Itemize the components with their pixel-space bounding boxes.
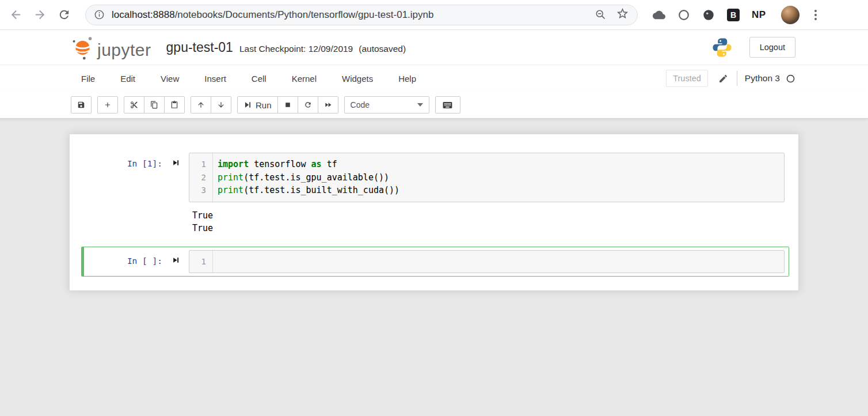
checkpoint-text: Last Checkpoint: 12/09/2019 [239,44,353,54]
save-button[interactable] [71,96,92,114]
trusted-badge[interactable]: Trusted [666,70,708,87]
insert-cell-button[interactable] [97,96,118,114]
line-number: 1 [189,158,206,171]
kernel-name: Python 3 [745,73,780,84]
menu-kernel[interactable]: Kernel [292,74,317,84]
move-cell-up-button[interactable] [191,96,211,114]
menu-view[interactable]: View [161,74,179,84]
code-lines: import tensorflow as tf print(tf.test.is… [213,153,784,202]
browser-toolbar: localhost:8888/notebooks/Documents/Pytho… [0,0,868,30]
command-palette-button[interactable] [435,96,460,114]
line-number-gutter: 1 2 3 [189,153,213,202]
cell-1-code-editor[interactable]: 1 2 3 import tensorflow as tf print(tf.t… [189,153,785,202]
chevron-down-icon [417,103,423,107]
code-token: tf [322,159,337,169]
divider [737,71,737,86]
forward-icon[interactable] [32,7,47,22]
paste-cell-button[interactable] [164,96,185,114]
save-icon [77,101,85,109]
jupyter-planet-icon [71,34,94,60]
code-lines [213,251,784,273]
copy-icon [150,101,158,109]
notebook-title[interactable]: gpu-test-01 [166,40,233,55]
cut-cell-button[interactable] [124,96,144,114]
jupyter-logo[interactable]: jupyter [71,34,151,60]
scissors-icon [130,101,138,109]
notebook-toolbar: Run Code [0,92,868,119]
stop-icon [284,101,292,109]
notebook-menubar: File Edit View Insert Cell Kernel Widget… [0,65,868,92]
code-token: (tf.test.is_gpu_available()) [243,172,389,183]
logout-button[interactable]: Logout [749,37,795,58]
np-extension-icon[interactable]: NP [752,9,766,21]
menu-help[interactable]: Help [398,74,416,84]
plus-icon [104,101,112,109]
code-token: as [311,159,322,169]
move-cell-down-button[interactable] [211,96,231,114]
address-bar[interactable]: localhost:8888/notebooks/Documents/Pytho… [85,5,638,25]
edit-mode-pencil-icon [718,74,728,84]
cell-type-dropdown[interactable]: Code [344,96,429,114]
notebook-container: In [1]: 1 2 3 import tensorflow as tf pr… [69,134,799,291]
browser-menu-icon[interactable] [809,8,823,22]
back-icon[interactable] [8,7,23,22]
code-line-1: import tensorflow as tf [218,158,779,171]
browser-extensions: B NP [653,9,766,21]
fast-forward-icon [324,101,332,109]
notebook-scroll-area[interactable]: In [1]: 1 2 3 import tensorflow as tf pr… [0,119,868,416]
cell-1-run-indicator[interactable] [162,153,189,167]
code-cell-1[interactable]: In [1]: 1 2 3 import tensorflow as tf pr… [81,149,789,242]
copy-cell-button[interactable] [144,96,165,114]
circle-extension-icon[interactable] [677,9,690,21]
step-forward-icon [172,256,180,264]
url-text[interactable]: localhost:8888/notebooks/Documents/Pytho… [112,9,433,21]
keyboard-icon [442,100,453,111]
b-extension-icon[interactable]: B [727,9,740,21]
step-forward-icon [172,159,180,167]
menu-edit[interactable]: Edit [120,74,135,84]
url-path: /notebooks/Documents/Python/tensorflow/g… [175,9,434,20]
cell-2-run-indicator[interactable] [162,250,189,264]
line-number: 2 [189,171,206,184]
code-cell-2[interactable]: In [ ]: 1 [81,247,789,277]
menu-widgets[interactable]: Widgets [342,74,373,84]
code-token: print [218,172,243,183]
kernel-idle-icon [786,74,795,84]
line-number-gutter: 1 [189,251,213,273]
menu-file[interactable]: File [81,74,95,84]
paste-icon [170,101,178,109]
output-line: True [192,222,789,235]
restart-run-all-button[interactable] [318,96,338,114]
restart-icon [304,101,312,109]
cloud-extension-icon[interactable] [653,9,665,21]
cell-2-code-editor[interactable]: 1 [189,250,785,274]
line-number: 3 [189,184,206,197]
output-line: True [192,209,789,222]
interrupt-kernel-button[interactable] [277,96,298,114]
url-host: localhost:8888 [112,9,175,20]
cell-2-input-row: In [ ]: 1 [84,250,789,274]
menu-cell[interactable]: Cell [252,74,267,84]
code-token: tensorflow [249,159,311,169]
page-info-icon[interactable] [94,9,105,20]
autosaved-text: (autosaved) [359,44,406,54]
zoom-out-icon[interactable] [595,9,607,21]
jupyter-logo-text: jupyter [97,41,151,60]
code-line-3: print(tf.test.is_built_with_cuda()) [218,184,779,197]
code-token: print [218,185,243,195]
menu-insert[interactable]: Insert [204,74,226,84]
header-right: Logout [712,37,795,58]
reload-icon[interactable] [56,7,71,22]
arrow-up-icon [197,101,205,109]
code-token: import [218,159,249,169]
dark-sphere-extension-icon[interactable] [702,9,715,21]
empty-code-line [218,255,779,268]
profile-avatar[interactable] [781,6,800,24]
restart-kernel-button[interactable] [298,96,318,114]
run-button[interactable]: Run [237,96,278,114]
jupyter-header: jupyter gpu-test-01 Last Checkpoint: 12/… [0,30,868,65]
cell-1-input-prompt: In [1]: [84,153,162,168]
cell-2-input-prompt: In [ ]: [84,250,162,266]
menubar-right: Trusted Python 3 [666,70,795,87]
bookmark-star-icon[interactable] [616,7,629,22]
